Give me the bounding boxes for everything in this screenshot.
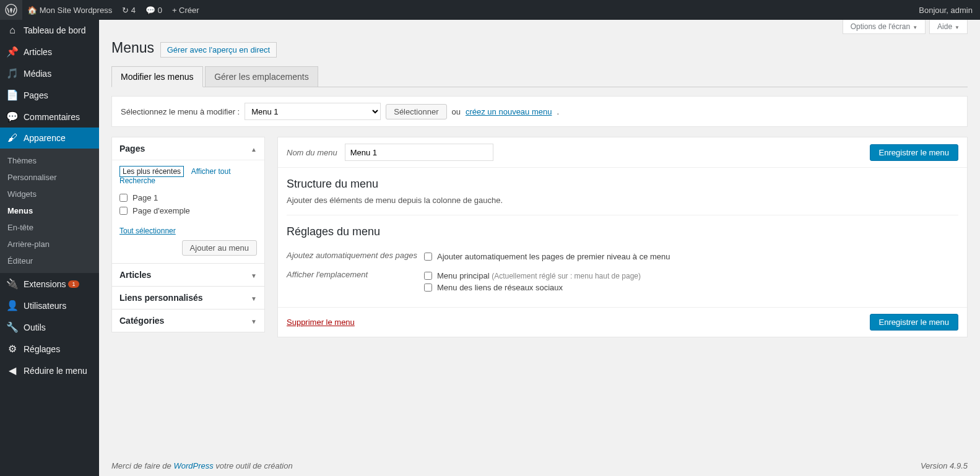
chevron-down-icon	[251, 316, 257, 326]
settings-heading: Réglages du menu	[287, 225, 958, 238]
sidebar-item-settings[interactable]: ⚙Réglages	[0, 338, 99, 360]
save-menu-button-bottom[interactable]: Enregistrer le menu	[870, 314, 958, 331]
admin-sidebar: ⌂Tableau de bord 📌Articles 🎵Médias 📄Page…	[0, 20, 99, 476]
sub-editor[interactable]: Éditeur	[0, 253, 99, 269]
chevron-up-icon	[251, 144, 257, 154]
page-checkbox[interactable]	[119, 194, 128, 202]
page-checkbox[interactable]	[119, 207, 128, 215]
dashboard-icon: ⌂	[6, 25, 19, 36]
pages-tab-all[interactable]: Afficher tout	[191, 167, 231, 176]
wrench-icon: 🔧	[6, 321, 19, 333]
select-menu-label: Sélectionnez le menu à modifier :	[121, 107, 240, 116]
help-button[interactable]: Aide	[929, 20, 968, 34]
chevron-down-icon	[952, 22, 960, 31]
location-social-text: Menu des liens de réseaux sociaux	[437, 283, 563, 292]
metabox-pages: Pages Les plus récentes Afficher tout Re…	[111, 137, 265, 264]
sub-themes[interactable]: Thèmes	[0, 152, 99, 169]
metabox-links: Liens personnalisés	[111, 287, 265, 309]
footer-thanks: Merci de faire de WordPress votre outil …	[111, 461, 968, 470]
metabox-posts: Articles	[111, 264, 265, 287]
location-social-checkbox[interactable]	[424, 283, 432, 292]
sidebar-item-appearance[interactable]: 🖌Apparence	[0, 128, 99, 149]
location-main-note: (Actuellement réglé sur : menu haut de p…	[492, 272, 641, 280]
chevron-down-icon	[251, 270, 257, 280]
wordpress-link[interactable]: WordPress	[173, 461, 213, 470]
account-menu[interactable]: Bonjour, admin	[914, 0, 980, 20]
metabox-categories-header[interactable]: Catégories	[112, 309, 264, 332]
page-icon: 📄	[6, 89, 19, 101]
add-to-menu-button[interactable]: Ajouter au menu	[182, 240, 257, 256]
menu-select-row: Sélectionnez le menu à modifier : Menu 1…	[111, 96, 968, 127]
pages-tab-recent[interactable]: Les plus récentes	[119, 166, 184, 177]
page-label: Page 1	[132, 193, 158, 202]
plug-icon: 🔌	[6, 278, 19, 290]
live-preview-button[interactable]: Gérer avec l'aperçu en direct	[160, 42, 277, 58]
plus-icon: +	[172, 6, 177, 15]
create-menu-link[interactable]: créez un nouveau menu	[466, 107, 552, 116]
updates-link[interactable]: ↻ 4	[117, 0, 141, 20]
wp-logo-menu[interactable]	[0, 0, 22, 20]
comment-icon: 💬	[145, 6, 155, 15]
new-content-link[interactable]: + Créer	[167, 0, 204, 20]
refresh-icon: ↻	[122, 6, 129, 15]
sidebar-item-media[interactable]: 🎵Médias	[0, 63, 99, 84]
pages-tab-search[interactable]: Recherche	[119, 176, 155, 185]
location-main-text: Menu principal	[437, 271, 490, 280]
sub-menus[interactable]: Menus	[0, 202, 99, 219]
menu-edit-panel: Nom du menu Enregistrer le menu Structur…	[277, 137, 968, 337]
page-label: Page d'exemple	[132, 206, 190, 215]
media-icon: 🎵	[6, 67, 19, 79]
auto-add-label: Ajoutez automatiquement des pages	[287, 251, 424, 262]
comment-icon: 💬	[6, 111, 19, 123]
menu-name-label: Nom du menu	[287, 148, 337, 157]
sidebar-item-plugins[interactable]: 🔌Extensions1	[0, 273, 99, 295]
select-menu-button[interactable]: Sélectionner	[386, 104, 446, 119]
plugins-badge: 1	[68, 280, 79, 288]
sidebar-item-users[interactable]: 👤Utilisateurs	[0, 295, 99, 316]
page-item: Page 1	[119, 191, 257, 204]
menu-name-input[interactable]	[345, 144, 493, 161]
auto-add-text: Ajouter automatiquement les pages de pre…	[437, 252, 670, 261]
metabox-categories: Catégories	[111, 309, 265, 332]
menu-select[interactable]: Menu 1	[245, 103, 381, 120]
sub-header[interactable]: En-tête	[0, 219, 99, 236]
metabox-pages-header[interactable]: Pages	[112, 137, 264, 160]
metabox-posts-header[interactable]: Articles	[112, 264, 264, 286]
admin-topbar: 🏠 Mon Site Wordpress ↻ 4 💬 0 + Créer Bon…	[0, 0, 980, 20]
site-home-link[interactable]: 🏠 Mon Site Wordpress	[22, 0, 117, 20]
or-text: ou	[452, 107, 461, 116]
collapse-icon: ◀	[6, 365, 19, 376]
sub-widgets[interactable]: Widgets	[0, 186, 99, 202]
select-all-link[interactable]: Tout sélectionner	[119, 227, 176, 235]
comments-link[interactable]: 💬 0	[141, 0, 167, 20]
sidebar-item-posts[interactable]: 📌Articles	[0, 41, 99, 63]
sidebar-item-dashboard[interactable]: ⌂Tableau de bord	[0, 20, 99, 41]
save-menu-button-top[interactable]: Enregistrer le menu	[870, 144, 958, 161]
chevron-down-icon	[251, 293, 257, 303]
version-text: Version 4.9.5	[921, 461, 968, 470]
brush-icon: 🖌	[6, 132, 19, 144]
location-main-checkbox[interactable]	[424, 272, 432, 280]
screen-options-button[interactable]: Options de l'écran	[843, 20, 926, 34]
appearance-submenu: Thèmes Personnaliser Widgets Menus En-tê…	[0, 149, 99, 273]
sidebar-item-pages[interactable]: 📄Pages	[0, 84, 99, 106]
sub-customize[interactable]: Personnaliser	[0, 169, 99, 186]
sidebar-item-tools[interactable]: 🔧Outils	[0, 316, 99, 338]
sidebar-item-comments[interactable]: 💬Commentaires	[0, 106, 99, 128]
tab-manage-locations[interactable]: Gérer les emplacements	[205, 66, 318, 87]
home-icon: 🏠	[27, 6, 37, 15]
structure-heading: Structure du menu	[287, 178, 958, 191]
sidebar-collapse[interactable]: ◀Réduire le menu	[0, 360, 99, 381]
nav-tabs: Modifier les menus Gérer les emplacement…	[111, 66, 968, 87]
delete-menu-link[interactable]: Supprimer le menu	[287, 318, 355, 327]
page-title: Menus	[111, 34, 154, 59]
location-label: Afficher l'emplacement	[287, 270, 424, 293]
auto-add-checkbox[interactable]	[424, 253, 432, 261]
sliders-icon: ⚙	[6, 343, 19, 355]
page-item: Page d'exemple	[119, 204, 257, 217]
metabox-links-header[interactable]: Liens personnalisés	[112, 287, 264, 309]
tab-edit-menus[interactable]: Modifier les menus	[111, 66, 203, 87]
structure-desc: Ajouter des éléments de menu depuis la c…	[287, 196, 958, 205]
sub-background[interactable]: Arrière-plan	[0, 236, 99, 253]
user-icon: 👤	[6, 300, 19, 311]
